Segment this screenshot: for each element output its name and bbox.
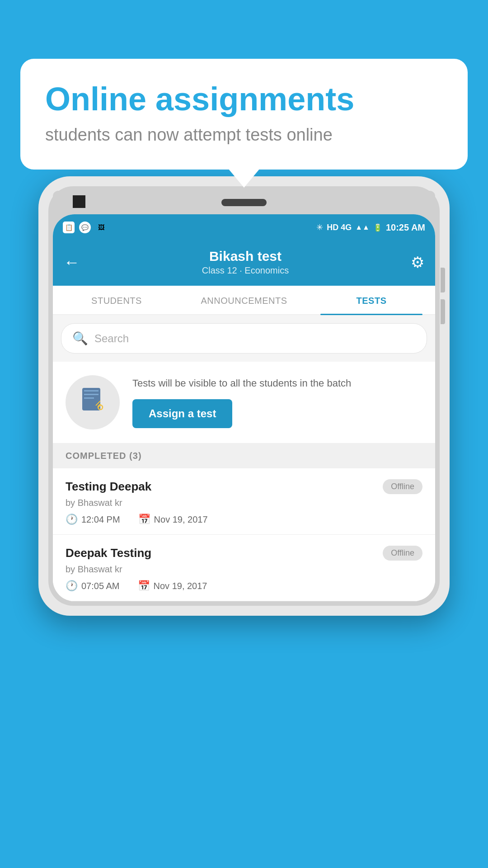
tabs-container: STUDENTS ANNOUNCEMENTS TESTS [53,286,435,315]
tab-tests[interactable]: TESTS [308,286,435,314]
app-icon-1: 📋 [63,222,75,233]
network-label: HD 4G [327,223,352,232]
phone-speaker [221,199,267,206]
test-time-2: 🕐 07:05 AM [66,580,120,592]
time-display: 10:25 AM [386,222,425,233]
status-bar: 📋 💬 🖼 ✳ HD 4G ▲▲ 🔋 10 [53,214,435,241]
test-by-2: by Bhaswat kr [66,564,422,575]
svg-rect-2 [84,394,99,395]
offline-badge-1: Offline [383,479,422,494]
assign-section: Tests will be visible to all the student… [53,362,435,443]
assign-description: Tests will be visible to all the student… [132,377,422,391]
bubble-title: Online assignments [45,81,443,117]
bubble-subtitle: students can now attempt tests online [45,125,443,145]
whatsapp-icon: 💬 [79,222,91,233]
phone-inner: 📋 💬 🖼 ✳ HD 4G ▲▲ 🔋 10 [48,186,440,606]
phone-container: 📋 💬 🖼 ✳ HD 4G ▲▲ 🔋 10 [38,176,450,868]
test-meta-1: 🕐 12:04 PM 📅 Nov 19, 2017 [66,514,422,525]
clock-icon-1: 🕐 [66,514,78,525]
test-title-1: Testing Deepak [66,480,151,494]
test-date-1: 📅 Nov 19, 2017 [138,514,208,525]
search-icon: 🔍 [72,331,88,346]
bluetooth-icon: ✳ [316,222,323,232]
search-box[interactable]: 🔍 Search [61,323,427,354]
test-item-2[interactable]: Deepak Testing Offline by Bhaswat kr 🕐 0… [53,535,435,601]
tab-students[interactable]: STUDENTS [53,286,180,314]
tab-announcements[interactable]: ANNOUNCEMENTS [180,286,308,314]
calendar-icon-1: 📅 [138,514,150,525]
header-title: Bikash test [202,249,289,264]
test-meta-2: 🕐 07:05 AM 📅 Nov 19, 2017 [66,580,422,592]
completed-label: COMPLETED (3) [66,451,142,461]
volume-button-1 [441,268,445,292]
battery-icon: 🔋 [373,223,382,232]
test-title-2: Deepak Testing [66,546,151,560]
phone-outer: 📋 💬 🖼 ✳ HD 4G ▲▲ 🔋 10 [38,176,450,616]
status-bar-left: 📋 💬 🖼 [63,222,107,233]
speech-bubble: Online assignments students can now atte… [20,59,468,170]
search-container: 🔍 Search [53,315,435,362]
signal-icon: ▲▲ [355,223,370,231]
phone-screen: 📋 💬 🖼 ✳ HD 4G ▲▲ 🔋 10 [53,214,435,601]
test-icon [79,386,107,419]
search-placeholder: Search [94,332,129,345]
svg-rect-1 [84,390,99,392]
svg-rect-3 [84,397,94,399]
completed-section-header: COMPLETED (3) [53,443,435,468]
assign-test-button[interactable]: Assign a test [132,399,232,428]
test-time-1: 🕐 12:04 PM [66,514,120,525]
offline-badge-2: Offline [383,546,422,561]
assign-right: Tests will be visible to all the student… [132,377,422,429]
header-subtitle: Class 12 · Economics [202,265,289,276]
volume-button-2 [441,299,445,324]
calendar-icon-2: 📅 [138,580,150,592]
test-item[interactable]: Testing Deepak Offline by Bhaswat kr 🕐 1… [53,468,435,535]
header-center: Bikash test Class 12 · Economics [202,249,289,276]
app-header: ← Bikash test Class 12 · Economics ⚙ [53,241,435,286]
test-icon-circle [66,375,120,429]
back-button[interactable]: ← [64,253,80,272]
test-item-top: Testing Deepak Offline [66,479,422,494]
test-date-2: 📅 Nov 19, 2017 [138,580,207,592]
test-by-1: by Bhaswat kr [66,498,422,508]
gallery-icon: 🖼 [95,222,107,233]
phone-camera [73,195,85,208]
settings-button[interactable]: ⚙ [411,253,424,271]
clock-icon-2: 🕐 [66,580,78,592]
test-item-top-2: Deepak Testing Offline [66,546,422,561]
status-bar-right: ✳ HD 4G ▲▲ 🔋 10:25 AM [316,222,425,233]
